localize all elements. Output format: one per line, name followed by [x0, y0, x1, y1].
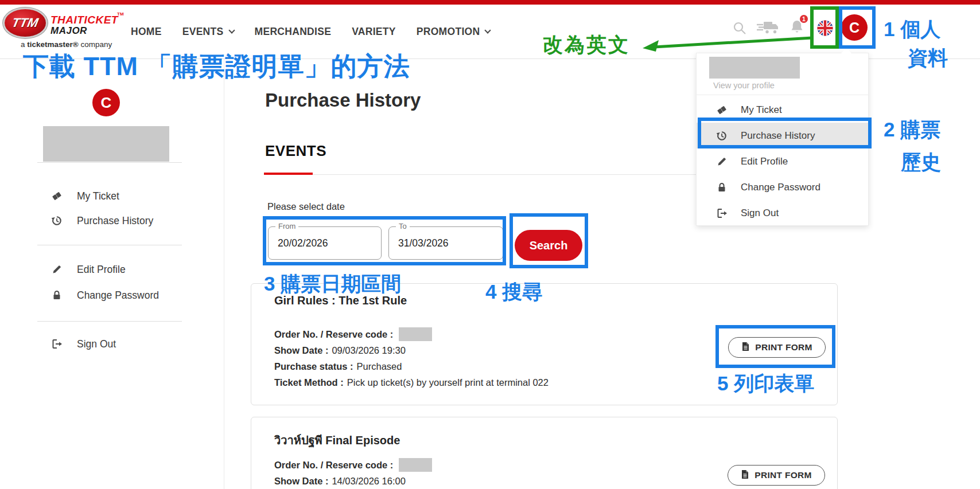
view-profile-link[interactable]: View your profile: [713, 81, 775, 90]
sidebar-item-edit-profile[interactable]: Edit Profile: [50, 261, 211, 278]
order-card: Girl Rules : The 1st Rule Order No. / Re…: [251, 283, 838, 405]
menu-item-edit-profile[interactable]: Edit Profile: [697, 148, 868, 174]
page: TTM THAITICKET TM MAJOR a ticketmaster® …: [0, 0, 980, 489]
user-avatar[interactable]: C: [841, 14, 868, 41]
main-nav: HOME EVENTS MERCHANDISE VARIETY PROMOTIO…: [131, 5, 490, 58]
history-icon: [715, 130, 728, 142]
sidebar-divider: [37, 162, 182, 163]
language-flag-icon[interactable]: [817, 20, 833, 38]
delivery-truck-icon[interactable]: [756, 19, 780, 38]
date-prompt-label: Please select date: [267, 201, 345, 212]
logo-name-bottom: MAJOR: [50, 25, 87, 37]
menu-item-change-password[interactable]: Change Password: [697, 174, 868, 200]
menu-item-label: Sign Out: [741, 208, 779, 219]
tab-active-indicator: [264, 173, 313, 175]
tab-events[interactable]: EVENTS: [265, 142, 326, 160]
purchase-status-row: Purchase status :Purchased: [274, 358, 549, 374]
chevron-down-icon: [485, 27, 491, 33]
order-title: วิวาห์ปฐพี Final Episode: [274, 431, 400, 449]
sidebar-item-my-ticket[interactable]: My Ticket: [50, 187, 211, 205]
document-icon: [741, 470, 749, 482]
redacted-order-number: [399, 327, 432, 341]
redacted-username: [43, 126, 169, 162]
annotation-step2-line1: 2 購票: [884, 116, 940, 143]
document-icon: [741, 342, 750, 354]
tagline-pre: a: [21, 40, 25, 49]
order-card: วิวาห์ปฐพี Final Episode Order No. / Res…: [251, 417, 838, 489]
sidebar-item-purchase-history[interactable]: Purchase History: [50, 212, 211, 229]
sidebar-item-label: Change Password: [77, 290, 159, 302]
nav-home[interactable]: HOME: [131, 26, 162, 38]
sidebar-avatar: C: [92, 89, 120, 116]
date-to-value: 31/03/2026: [398, 237, 449, 249]
order-number-row: Order No. / Reserve code :: [274, 457, 432, 473]
order-fields: Order No. / Reserve code : Show Date :09…: [274, 326, 549, 390]
redacted-username: [709, 57, 800, 79]
logo-tagline: a ticketmaster® company: [21, 40, 112, 49]
annotation-change-language: 改為英文: [543, 32, 630, 58]
nav-variety[interactable]: VARIETY: [352, 26, 396, 38]
sidebar-divider: [37, 321, 182, 322]
order-title: Girl Rules : The 1st Rule: [274, 294, 407, 307]
show-date-row: Show Date :14/03/2026 16:00: [274, 473, 432, 489]
date-to-field[interactable]: To 31/03/2026: [388, 226, 503, 260]
notification-badge: 1: [799, 14, 809, 24]
sidebar-item-label: Edit Profile: [77, 264, 126, 276]
show-date-row: Show Date :09/03/2026 19:30: [274, 342, 549, 358]
print-form-button[interactable]: PRINT FORM: [728, 337, 826, 358]
sidebar-item-label: Sign Out: [77, 338, 116, 350]
menu-item-label: Edit Profile: [741, 156, 788, 167]
order-fields: Order No. / Reserve code : Show Date :14…: [274, 457, 432, 489]
ticket-method-row: Ticket Method :Pick up ticket(s) by your…: [274, 374, 549, 390]
date-from-label: From: [275, 222, 298, 230]
page-title: Purchase History: [265, 89, 421, 111]
sidebar-item-sign-out[interactable]: Sign Out: [50, 335, 211, 353]
menu-item-label: My Ticket: [741, 104, 782, 116]
pencil-icon: [715, 157, 728, 167]
brand-logo[interactable]: TTM: [5, 9, 46, 37]
redacted-order-number: [399, 458, 432, 472]
lock-icon: [50, 290, 63, 300]
tagline-post: company: [81, 40, 112, 49]
lock-icon: [715, 182, 728, 193]
date-to-label: To: [396, 222, 410, 230]
annotation-step2-line2: 歷史: [901, 149, 941, 176]
sidebar-item-label: My Ticket: [77, 190, 119, 202]
menu-item-sign-out[interactable]: Sign Out: [697, 200, 868, 226]
menu-item-my-ticket[interactable]: My Ticket: [697, 97, 868, 123]
order-number-row: Order No. / Reserve code :: [274, 326, 549, 342]
nav-events[interactable]: EVENTS: [182, 26, 234, 38]
logo-name-top: THAITICKET: [50, 14, 118, 26]
nav-promotion[interactable]: PROMOTION: [417, 26, 491, 38]
search-button[interactable]: Search: [515, 230, 582, 261]
sidebar-vertical-divider: [224, 59, 224, 489]
chevron-down-icon: [228, 27, 235, 33]
menu-divider: [697, 95, 868, 95]
logo-badge-text: TTM: [11, 15, 40, 30]
sidebar-item-change-password[interactable]: Change Password: [50, 287, 211, 304]
history-icon: [50, 215, 63, 226]
menu-item-label: Change Password: [741, 182, 820, 193]
sign-out-icon: [715, 208, 728, 218]
top-red-bar: [0, 0, 980, 5]
date-from-field[interactable]: From 20/02/2026: [268, 226, 382, 260]
print-form-button[interactable]: PRINT FORM: [728, 465, 825, 486]
menu-item-label: Purchase History: [741, 130, 815, 142]
ticket-icon: [50, 190, 63, 202]
pencil-icon: [50, 264, 63, 275]
nav-merchandise[interactable]: MERCHANDISE: [255, 26, 332, 38]
menu-item-purchase-history[interactable]: Purchase History: [697, 123, 868, 148]
date-from-value: 20/02/2026: [278, 237, 328, 249]
tagline-brand: ticketmaster®: [27, 40, 79, 49]
sidebar-item-label: Purchase History: [77, 215, 153, 227]
sign-out-icon: [50, 339, 63, 349]
logo-trademark: TM: [117, 11, 124, 17]
search-icon[interactable]: [732, 21, 747, 38]
annotation-step1-line1: 1 個人: [884, 16, 940, 43]
dropdown-caret: [841, 48, 851, 53]
profile-dropdown: View your profile My Ticket Purchase His…: [696, 53, 869, 226]
ticket-icon: [715, 104, 728, 116]
sidebar-divider: [37, 245, 182, 245]
